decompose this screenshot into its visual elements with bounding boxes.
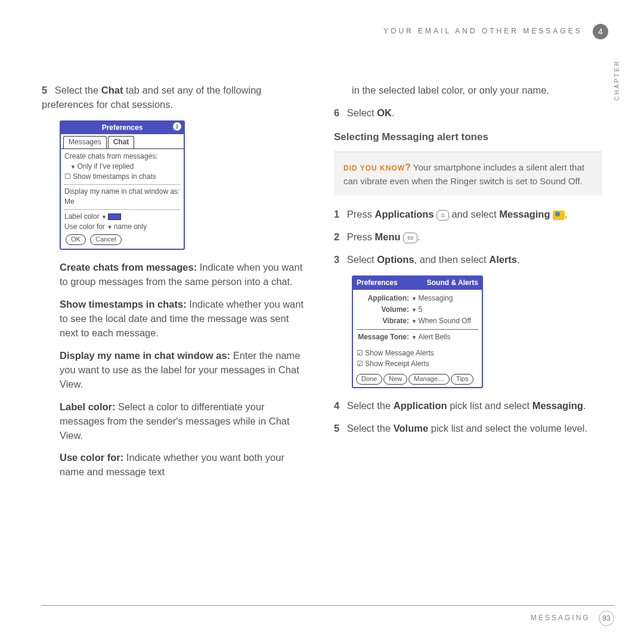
tone-dropdown: Alert Bells xyxy=(411,332,450,342)
tips-button: Tips xyxy=(451,374,473,385)
create-chats-dropdown: Only if I've replied xyxy=(64,162,180,172)
alert-step-5: 5 Select the Volume pick list and select… xyxy=(334,422,602,436)
application-dropdown: Messaging xyxy=(411,293,453,304)
tab-messages: Messages xyxy=(63,136,107,148)
subheading-alert-tones: Selecting Messaging alert tones xyxy=(334,130,602,145)
cancel-button: Cancel xyxy=(90,234,121,245)
show-message-alerts-checkbox: Show Message Alerts xyxy=(357,348,478,358)
desc-display-name: Display my name in chat window as: Enter… xyxy=(60,349,310,392)
alert-step-2: 2 Press Menu ▭. xyxy=(334,230,602,244)
alert-step-4: 4 Select the Application pick list and s… xyxy=(334,399,602,413)
step-6: 6 Select OK. xyxy=(334,106,602,120)
left-column: 5 Select the Chat tab and set any of the… xyxy=(42,83,310,596)
home-icon: ⌂ xyxy=(436,210,449,221)
mock1-titlebar: Preferences i xyxy=(61,122,184,134)
step-5: 5 Select the Chat tab and set any of the… xyxy=(42,83,310,112)
footer-label: MESSAGING xyxy=(531,614,590,622)
tab-chat: Chat xyxy=(108,136,135,148)
timestamps-checkbox: Show timestamps in chats xyxy=(64,172,180,182)
name-field: Me xyxy=(64,197,180,207)
preferences-chat-screenshot: Preferences i Messages Chat Create chats… xyxy=(60,120,185,250)
label-color-swatch xyxy=(108,213,121,220)
volume-dropdown: 5 xyxy=(411,305,422,315)
show-receipt-alerts-checkbox: Show Receipt Alerts xyxy=(357,359,478,369)
desc-label-color: Label color: Select a color to different… xyxy=(60,400,310,443)
info-icon: i xyxy=(173,122,181,131)
did-you-know-box: DID YOU KNOW? Your smartphone includes a… xyxy=(334,151,602,196)
continuation: in the selected label color, or only you… xyxy=(352,83,602,98)
menu-icon: ▭ xyxy=(403,233,417,243)
messaging-icon xyxy=(553,210,565,220)
sound-alerts-screenshot: Preferences Sound & Alerts Application:M… xyxy=(352,275,483,388)
desc-create-chats: Create chats from messages: Indicate whe… xyxy=(60,261,310,289)
alert-step-3: 3 Select Options, and then select Alerts… xyxy=(334,253,602,267)
page-footer: MESSAGING 93 xyxy=(42,605,614,626)
right-column: in the selected label color, or only you… xyxy=(334,83,602,596)
mock2-subtitle: Sound & Alerts xyxy=(427,278,478,288)
desc-timestamps: Show timestamps in chats: Indicate wheth… xyxy=(60,298,310,340)
content-area: 5 Select the Chat tab and set any of the… xyxy=(42,83,602,596)
done-button: Done xyxy=(356,374,382,385)
mock2-title: Preferences xyxy=(357,278,398,288)
alert-step-1: 1 Press Applications ⌂ and select Messag… xyxy=(334,208,602,222)
manage-button: Manage… xyxy=(408,374,450,385)
ok-button: OK xyxy=(66,234,86,245)
vibrate-dropdown: When Sound Off xyxy=(411,316,471,326)
chapter-number-badge: 4 xyxy=(593,24,608,39)
chapter-side-label: CHAPTER xyxy=(614,60,620,101)
desc-use-color: Use color for: Indicate whether you want… xyxy=(60,451,310,479)
use-color-dropdown: name only xyxy=(107,222,147,231)
step-number: 5 xyxy=(42,85,47,95)
page-header: YOUR EMAIL AND OTHER MESSAGES 4 xyxy=(0,24,644,39)
page-number: 93 xyxy=(599,611,614,626)
section-title: YOUR EMAIL AND OTHER MESSAGES xyxy=(383,27,583,35)
new-button: New xyxy=(383,374,407,385)
